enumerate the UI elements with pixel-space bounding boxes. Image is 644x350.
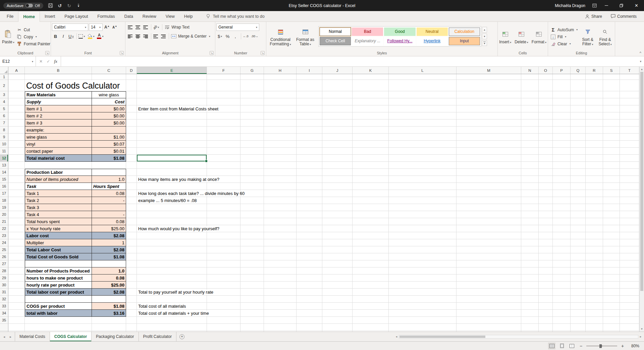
cell-T24[interactable]: [620, 239, 639, 246]
cell-E23[interactable]: [137, 232, 207, 239]
cell-I18[interactable]: [297, 197, 322, 204]
cell-F8[interactable]: [207, 127, 240, 134]
autosave-toggle[interactable]: AutoSave Off: [3, 3, 43, 9]
cell-I23[interactable]: [297, 232, 322, 239]
cell-K13[interactable]: [353, 162, 389, 169]
cell-S18[interactable]: [603, 197, 620, 204]
column-header-F[interactable]: F: [207, 67, 240, 74]
cell-P24[interactable]: [553, 239, 571, 246]
cell-N31[interactable]: [521, 289, 539, 296]
cell-S2[interactable]: [603, 80, 620, 91]
cell-L2[interactable]: [389, 80, 457, 91]
cell-A16[interactable]: [8, 183, 25, 190]
zoom-in-button[interactable]: +: [620, 343, 625, 349]
cell-M4[interactable]: [457, 98, 521, 105]
cell-C35[interactable]: [92, 317, 126, 324]
cell-T28[interactable]: [620, 267, 639, 274]
cell-G18[interactable]: [240, 197, 264, 204]
cell-L11[interactable]: [389, 148, 457, 155]
ribbon-tab-view[interactable]: View: [161, 11, 179, 21]
cell-Q4[interactable]: [571, 98, 586, 105]
cell-G4[interactable]: [240, 98, 264, 105]
cell-L35[interactable]: [389, 317, 457, 324]
cell-P5[interactable]: [553, 105, 571, 112]
cell-N2[interactable]: [521, 80, 539, 91]
cell-E5[interactable]: Enter Item cost from Material Costs shee…: [137, 105, 207, 112]
column-header-A[interactable]: A: [8, 67, 25, 74]
cell-Q19[interactable]: [571, 204, 586, 211]
cell-O18[interactable]: [539, 197, 553, 204]
cell-J35[interactable]: [322, 317, 353, 324]
cell-K30[interactable]: [353, 282, 389, 289]
cell-G30[interactable]: [240, 282, 264, 289]
cell-I22[interactable]: [297, 225, 322, 232]
cell-N21[interactable]: [521, 218, 539, 225]
cell-Q22[interactable]: [571, 225, 586, 232]
cell-B1[interactable]: [25, 74, 92, 80]
cell-O20[interactable]: [539, 211, 553, 218]
cell-K10[interactable]: [353, 141, 389, 148]
cell-J32[interactable]: [322, 296, 353, 303]
cell-Q11[interactable]: [571, 148, 586, 155]
cell-S29[interactable]: [603, 274, 620, 282]
cell-N8[interactable]: [521, 127, 539, 134]
cell-I12[interactable]: [297, 155, 322, 162]
cell-R6[interactable]: [586, 112, 603, 119]
cell-F7[interactable]: [207, 119, 240, 127]
cell-E4[interactable]: [137, 98, 207, 105]
cell-S22[interactable]: [603, 225, 620, 232]
cell-D24[interactable]: [126, 239, 137, 246]
cell-S12[interactable]: [603, 155, 620, 162]
cell-M36[interactable]: [457, 324, 521, 331]
cell-I26[interactable]: [297, 253, 322, 260]
cell-K36[interactable]: [353, 324, 389, 331]
delete-cells-button[interactable]: Delete▾: [514, 28, 529, 44]
cell-E6[interactable]: [137, 112, 207, 119]
cell-J12[interactable]: [322, 155, 353, 162]
cell-F19[interactable]: [207, 204, 240, 211]
cell-F3[interactable]: [207, 91, 240, 98]
cell-O23[interactable]: [539, 232, 553, 239]
ribbon-tab-review[interactable]: Review: [138, 11, 161, 21]
row-header-19[interactable]: 19: [0, 204, 8, 211]
cell-T36[interactable]: [620, 324, 639, 331]
cell-S17[interactable]: [603, 190, 620, 197]
cell-J34[interactable]: [322, 310, 353, 317]
cell-O14[interactable]: [539, 169, 553, 176]
cell-N27[interactable]: [521, 260, 539, 267]
cell-C21[interactable]: 0.08: [92, 218, 126, 225]
cell-Q6[interactable]: [571, 112, 586, 119]
row-header-29[interactable]: 29: [0, 274, 8, 282]
cell-R1[interactable]: [586, 74, 603, 80]
cell-A8[interactable]: [8, 127, 25, 134]
cell-N34[interactable]: [521, 310, 539, 317]
cell-I28[interactable]: [297, 267, 322, 274]
cell-N17[interactable]: [521, 190, 539, 197]
zoom-slider-thumb[interactable]: [599, 344, 602, 348]
cell-T14[interactable]: [620, 169, 639, 176]
cell-N12[interactable]: [521, 155, 539, 162]
column-header-S[interactable]: S: [603, 67, 620, 74]
cell-P18[interactable]: [553, 197, 571, 204]
cell-A9[interactable]: [8, 134, 25, 141]
cell-P7[interactable]: [553, 119, 571, 127]
cell-I8[interactable]: [297, 127, 322, 134]
cell-J13[interactable]: [322, 162, 353, 169]
cell-S21[interactable]: [603, 218, 620, 225]
cell-K11[interactable]: [353, 148, 389, 155]
cell-S14[interactable]: [603, 169, 620, 176]
cell-G19[interactable]: [240, 204, 264, 211]
cell-T9[interactable]: [620, 134, 639, 141]
cell-Q13[interactable]: [571, 162, 586, 169]
cell-O5[interactable]: [539, 105, 553, 112]
cell-P31[interactable]: [553, 289, 571, 296]
column-header-M[interactable]: M: [457, 67, 521, 74]
cell-N11[interactable]: [521, 148, 539, 155]
cell-A33[interactable]: [8, 303, 25, 310]
cell-H9[interactable]: [264, 134, 297, 141]
cell-K20[interactable]: [353, 211, 389, 218]
cell-J2[interactable]: [322, 80, 353, 91]
cell-L12[interactable]: [389, 155, 457, 162]
column-header-C[interactable]: C: [92, 67, 126, 74]
cell-S27[interactable]: [603, 260, 620, 267]
